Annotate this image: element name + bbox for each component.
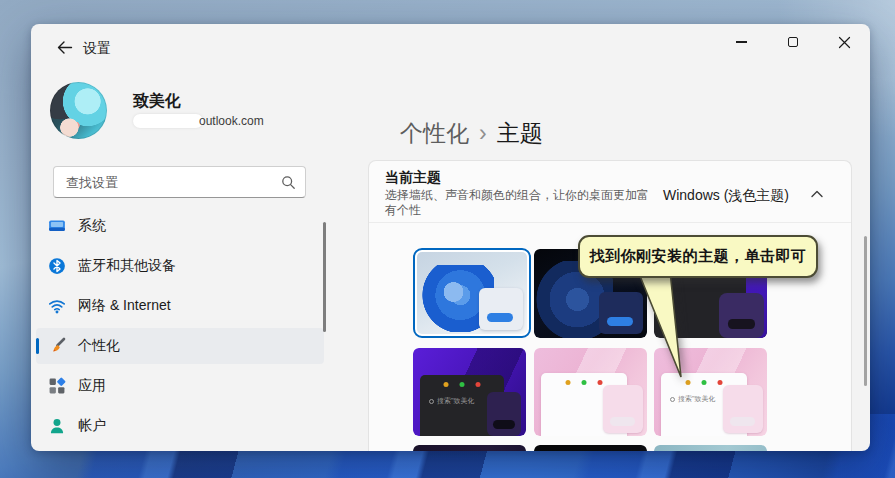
sidebar-item-personalization[interactable]: 个性化 [36,328,324,364]
sidebar-item-apps[interactable]: 应用 [36,368,324,404]
profile-email-text: outlook.com [199,114,264,128]
page-title: 主题 [497,120,543,146]
traffic-dots [566,380,603,385]
sidebar-item-system[interactable]: 系统 [36,208,324,244]
search-input[interactable] [54,167,305,197]
mini-search-icon [429,399,434,404]
user-profile[interactable]: 致美化 outlook.com [50,81,340,141]
personalization-icon [48,337,66,355]
profile-name: 致美化 [133,91,181,112]
chevron-up-icon[interactable] [809,187,825,201]
mini-accent-pill [730,417,755,426]
theme-thumbnail-pink-2[interactable]: 搜索"致美化 [654,348,767,436]
system-icon [48,217,66,235]
sidebar-item-label: 网络 & Internet [78,297,171,315]
close-button[interactable] [822,24,866,60]
avatar [50,82,107,139]
breadcrumb-personalization[interactable]: 个性化 [400,120,469,146]
theme-preview [413,445,526,451]
maximize-icon [788,37,798,47]
sidebar-item-label: 应用 [78,377,106,395]
theme-thumbnail-purple[interactable]: 搜索"致美化 [413,348,526,436]
search-icon [281,175,296,190]
close-icon [838,36,851,49]
mini-window-card [487,392,521,436]
card-description: 选择墙纸、声音和颜色的组合，让你的桌面更加富有个性 [385,188,651,218]
theme-preview [534,445,647,451]
mini-accent-pill [728,319,755,329]
mini-accent-pill [493,420,515,429]
mini-search-text: 搜索"致美化 [678,394,716,404]
theme-preview-pink [534,348,647,436]
card-title: 当前主题 [385,169,441,187]
mini-accent-pill [610,417,635,426]
theme-preview-light [417,252,527,334]
theme-preview [654,445,767,451]
bluetooth-icon [48,257,66,275]
apps-icon [48,377,66,395]
back-arrow-icon [56,40,73,55]
search-settings-box[interactable] [53,166,306,198]
traffic-dots [444,382,481,387]
sidebar-item-label: 系统 [78,217,106,235]
theme-thumbnail-partial-1[interactable] [413,445,526,451]
network-icon [48,297,66,315]
sidebar-item-accounts[interactable]: 帐户 [36,408,324,444]
theme-thumbnail-pink-1[interactable] [534,348,647,436]
theme-thumbnail-partial-3[interactable] [654,445,767,451]
traffic-dots [686,380,723,385]
theme-preview-purple: 搜索"致美化 [413,348,526,436]
theme-thumbnail-windows-light[interactable] [413,248,531,338]
theme-preview-pink: 搜索"致美化 [654,348,767,436]
sidebar-item-label: 个性化 [78,337,120,355]
selected-indicator [36,338,39,354]
mini-window-card [603,385,643,433]
mini-window-card [599,292,643,334]
back-button[interactable] [47,32,81,62]
sidebar-item-label: 蓝牙和其他设备 [78,257,176,275]
mini-accent-pill [487,313,513,322]
current-theme-expander-header[interactable]: 当前主题 选择墙纸、声音和颜色的组合，让你的桌面更加富有个性 Windows (… [369,161,851,223]
breadcrumb: 个性化›主题 [400,118,543,149]
desktop: 设置 致美化 outlook.com 系统 [0,0,895,478]
mini-accent-pill [607,317,633,326]
current-theme-value: Windows (浅色主题) [663,187,789,205]
maximize-button[interactable] [771,24,815,60]
mini-window-card [723,385,763,433]
mini-window-card [479,288,523,330]
sidebar-item-label: 帐户 [78,417,106,435]
mini-search-row: 搜索"致美化 [429,396,475,406]
callout-text: 找到你刚安装的主题，单击即可 [590,247,807,266]
sidebar-item-network[interactable]: 网络 & Internet [36,288,324,324]
callout-tooltip: 找到你刚安装的主题，单击即可 [578,235,818,278]
accounts-icon [48,417,66,435]
sidebar-item-bluetooth[interactable]: 蓝牙和其他设备 [36,248,324,284]
breadcrumb-separator: › [479,120,487,146]
app-title: 设置 [83,40,111,58]
mini-search-icon [670,397,675,402]
main-scrollbar[interactable] [864,236,867,386]
theme-thumbnail-partial-2[interactable] [534,445,647,451]
mini-search-text: 搜索"致美化 [437,396,475,406]
current-theme-card: 当前主题 选择墙纸、声音和颜色的组合，让你的桌面更加富有个性 Windows (… [368,160,852,451]
mini-search-row: 搜索"致美化 [670,394,716,404]
sidebar-scrollbar[interactable] [323,222,326,332]
minimize-icon [736,41,747,42]
minimize-button[interactable] [719,24,763,60]
profile-email: outlook.com [133,114,264,128]
email-censor-blur [133,114,203,128]
mini-window-card [719,293,764,338]
